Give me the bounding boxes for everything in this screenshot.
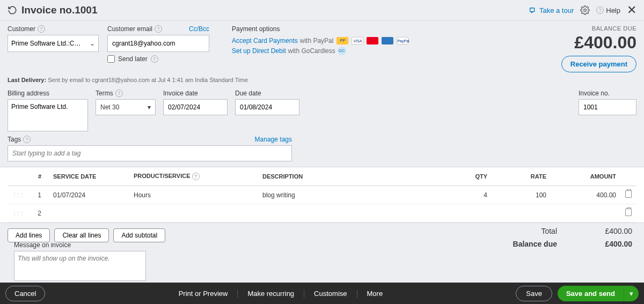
email-label-row: Customer email? Cc/Bcc	[107, 25, 209, 33]
customer-label: Customer?	[8, 25, 99, 33]
mastercard-icon	[367, 37, 378, 45]
email-block: Customer email? Cc/Bcc Send later ?	[107, 25, 209, 72]
send-later-checkbox[interactable]	[107, 55, 115, 63]
balance-block: BALANCE DUE £400.00 Receive payment	[561, 25, 636, 72]
col-product: PRODUCT/SERVICE ?	[129, 167, 258, 186]
line-items-table: # SERVICE DATE PRODUCT/SERVICE ? DESCRIP…	[0, 167, 644, 223]
totals-area: Total £400.00 Balance due £400.00	[493, 225, 632, 250]
col-amount: AMOUNT	[551, 167, 620, 186]
close-button[interactable]: ✕	[627, 3, 636, 17]
take-tour-link[interactable]: Take a tour	[529, 6, 574, 14]
save-send-button[interactable]: Save and send	[558, 286, 624, 301]
terms-select[interactable]: Net 30▾	[96, 99, 156, 115]
customer-block: Customer? ⌄	[8, 25, 99, 72]
help-icon[interactable]: ?	[115, 90, 123, 97]
svg-point-1	[584, 9, 587, 12]
balance-due-amount: £400.00	[561, 33, 636, 53]
header-left: Invoice no.1001	[8, 4, 98, 16]
help-icon[interactable]: ?	[151, 55, 158, 63]
invoice-no-label: Invoice no.	[579, 90, 636, 97]
more-button[interactable]: More	[357, 290, 393, 298]
footer-center: Print or Preview Make recurring Customis…	[169, 290, 393, 298]
table-header-row: # SERVICE DATE PRODUCT/SERVICE ? DESCRIP…	[8, 167, 636, 186]
customer-input[interactable]	[11, 40, 81, 47]
tags-label: Tags?	[8, 136, 31, 143]
chevron-down-icon: ▾	[148, 103, 151, 111]
delete-row-button[interactable]	[620, 204, 636, 223]
make-recurring-button[interactable]: Make recurring	[238, 290, 304, 298]
col-num: #	[27, 167, 49, 186]
trash-icon	[625, 190, 632, 198]
save-send-dropdown[interactable]: ▾	[624, 286, 639, 301]
print-preview-button[interactable]: Print or Preview	[169, 290, 238, 298]
terms-block: Terms? Net 30▾	[96, 90, 156, 131]
footer-right: Save Save and send ▾	[516, 286, 639, 301]
drag-handle-icon[interactable]: ⋮⋮⋮	[8, 186, 27, 204]
settings-gear-button[interactable]	[580, 5, 590, 15]
col-description: DESCRIPTION	[258, 167, 433, 186]
email-label: Customer email	[107, 25, 152, 33]
table-row[interactable]: ⋮⋮⋮ 2	[8, 204, 636, 223]
save-send-group: Save and send ▾	[558, 286, 639, 301]
mid-section: Billing address Prime Software Ltd. Term…	[0, 83, 644, 136]
drag-handle-icon[interactable]: ⋮⋮⋮	[8, 204, 27, 223]
ccbcc-link[interactable]: Cc/Bcc	[189, 25, 209, 33]
col-rate: RATE	[492, 167, 551, 186]
due-date-block: Due date	[235, 90, 299, 131]
message-label: Message on invoice	[14, 241, 146, 249]
help-icon: ?	[596, 6, 604, 14]
terms-label: Terms?	[96, 90, 156, 97]
tags-input[interactable]	[8, 145, 292, 161]
message-textarea[interactable]	[14, 251, 146, 281]
invoice-date-label: Invoice date	[163, 90, 228, 97]
total-row: Total £400.00	[493, 225, 632, 238]
paypal-p-icon: PP	[336, 37, 348, 45]
top-left: Customer? ⌄ Customer email? Cc/Bcc Send …	[8, 25, 408, 72]
trash-icon	[625, 209, 632, 216]
send-later-row[interactable]: Send later ?	[107, 55, 209, 63]
chevron-down-icon: ⌄	[90, 40, 95, 47]
invoice-no-input[interactable]	[579, 99, 636, 115]
help-icon[interactable]: ?	[23, 136, 31, 143]
last-delivery: Last Delivery: Sent by email to cgrant18…	[0, 77, 644, 83]
col-service-date: SERVICE DATE	[49, 167, 129, 186]
save-button[interactable]: Save	[516, 286, 552, 301]
amex-icon	[382, 37, 393, 45]
cancel-button[interactable]: Cancel	[5, 286, 45, 301]
header-right: Take a tour ? Help ✕	[529, 3, 636, 17]
help-icon[interactable]: ?	[192, 173, 200, 180]
gear-icon	[580, 5, 590, 15]
gocardless-icon: GC	[338, 47, 346, 55]
direct-debit-link[interactable]: Set up Direct Debit	[232, 47, 286, 55]
billing-label: Billing address	[8, 90, 88, 97]
email-input[interactable]	[107, 35, 209, 52]
page-title: Invoice no.1001	[21, 4, 98, 16]
payment-options-label: Payment options	[232, 25, 408, 33]
due-date-input[interactable]	[235, 99, 299, 115]
help-icon[interactable]: ?	[38, 25, 45, 33]
help-button[interactable]: ? Help	[596, 6, 620, 14]
header-bar: Invoice no.1001 Take a tour ? Help ✕	[0, 0, 644, 21]
paypal-icon: PayPal	[397, 37, 408, 45]
billing-textarea[interactable]: Prime Software Ltd.	[8, 99, 88, 131]
mid-left: Billing address Prime Software Ltd. Term…	[8, 90, 299, 131]
col-qty: QTY	[433, 167, 492, 186]
direct-debit-row: Set up Direct Debit with GoCardless GC	[232, 47, 408, 55]
accept-cards-row: Accept Card Payments with PayPal PP VISA…	[232, 37, 408, 45]
receive-payment-button[interactable]: Receive payment	[561, 56, 636, 72]
help-icon[interactable]: ?	[155, 25, 162, 33]
visa-icon: VISA	[352, 37, 363, 45]
delete-row-button[interactable]	[620, 186, 636, 204]
tour-icon	[529, 6, 537, 14]
table-row[interactable]: ⋮⋮⋮ 1 01/07/2024 Hours blog writing 4 10…	[8, 186, 636, 204]
accept-cards-link[interactable]: Accept Card Payments	[232, 37, 298, 45]
svg-rect-0	[530, 8, 535, 12]
manage-tags-link[interactable]: Manage tags	[255, 136, 292, 143]
tags-section: Tags? Manage tags	[0, 136, 644, 167]
top-section: Customer? ⌄ Customer email? Cc/Bcc Send …	[0, 21, 644, 75]
tags-header: Tags? Manage tags	[8, 136, 292, 143]
invoice-date-block: Invoice date	[163, 90, 228, 131]
customise-button[interactable]: Customise	[304, 290, 357, 298]
invoice-date-input[interactable]	[163, 99, 228, 115]
customer-select[interactable]: ⌄	[8, 35, 99, 52]
